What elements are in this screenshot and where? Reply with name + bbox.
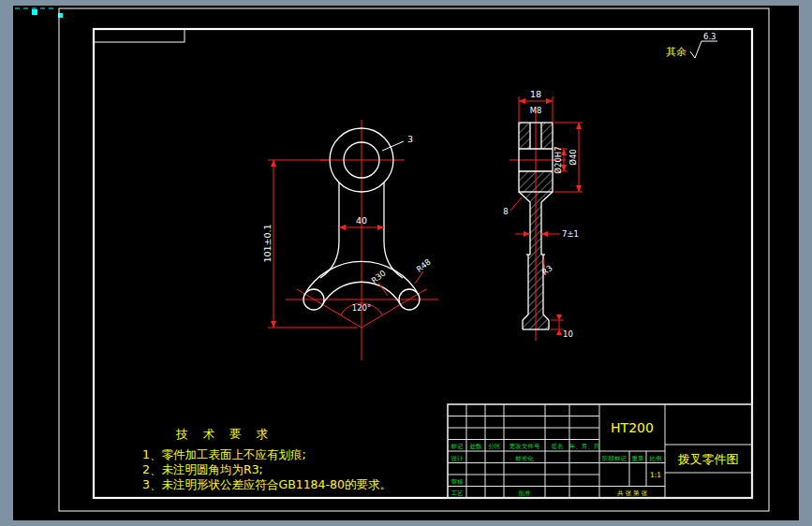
surface-note-value: 6.3 xyxy=(703,32,716,41)
dim-wall-3: 3 xyxy=(407,134,413,144)
drawing-canvas xyxy=(13,6,799,520)
dim-40: 40 xyxy=(356,215,367,226)
tb-material: HT200 xyxy=(611,420,654,435)
tb-stage: 阶段标记 xyxy=(602,455,627,462)
tb-sheet-note: 共 张 第 张 xyxy=(617,489,648,497)
cad-viewport: 40 101±0.1 R30 R48 120° 3 xyxy=(0,0,812,526)
surface-note-label: 其余 xyxy=(666,46,687,58)
tb-drawing-name: 拨叉零件图 xyxy=(678,452,739,466)
tb-header: 年、月、日 xyxy=(569,443,600,450)
tb-header: 处数 xyxy=(470,443,483,450)
grip-square[interactable] xyxy=(32,9,37,15)
tech-req-item: 1、零件加工表面上不应有划痕; xyxy=(142,447,306,461)
hatch-hub-left xyxy=(519,123,530,149)
tb-scale-value: 1:1 xyxy=(650,471,661,479)
tech-req-item: 2、未注明圆角均为R3; xyxy=(142,462,263,476)
dim-101: 101±0.1 xyxy=(262,224,273,262)
dim-18: 18 xyxy=(530,89,541,99)
tech-req-item: 3、未注明形状公差应符合GB1184-80的要求。 xyxy=(142,477,391,491)
tb-check: 审核 xyxy=(451,478,465,486)
dim-8: 8 xyxy=(503,207,508,216)
hatch-hub-right xyxy=(541,123,553,149)
dim-bore: Ø20H7 xyxy=(554,146,563,173)
tb-header: 分区 xyxy=(489,443,502,450)
tb-approve: 批准 xyxy=(519,489,532,497)
tb-weight: 重量 xyxy=(632,455,645,462)
tb-process: 工艺 xyxy=(451,489,465,497)
tb-header: 签名 xyxy=(552,443,564,450)
tech-req-title: 技 术 要 求 xyxy=(175,427,273,441)
cad-drawing: 40 101±0.1 R30 R48 120° 3 xyxy=(0,0,812,526)
tb-design: 设计 xyxy=(451,455,465,462)
tb-standardization: 标准化 xyxy=(514,455,534,462)
dim-stem: 7±1 xyxy=(562,229,579,239)
dim-120: 120° xyxy=(352,303,371,313)
dim-m8: M8 xyxy=(530,106,542,115)
dim-pad: 10 xyxy=(563,329,573,339)
tb-header: 标记 xyxy=(450,443,465,450)
tb-scale: 比例 xyxy=(650,455,662,462)
tb-header: 更改文件号 xyxy=(509,443,540,450)
dim-hub-dia: Ø40 xyxy=(568,149,578,166)
